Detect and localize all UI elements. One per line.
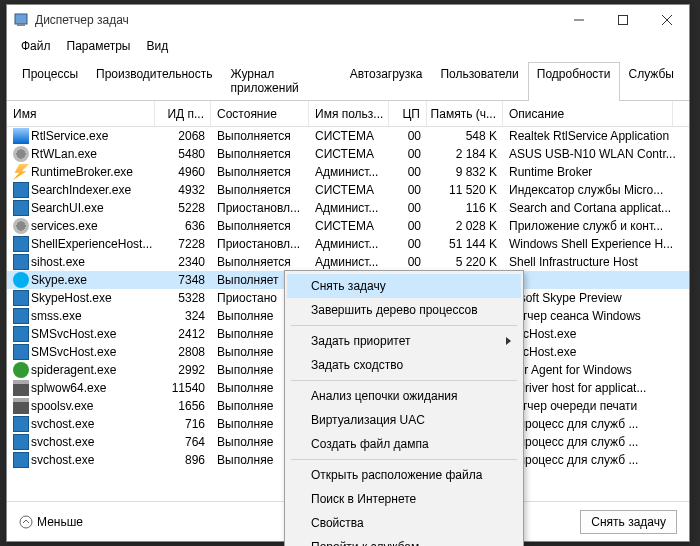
process-desc: Приложение служб и конт... — [503, 217, 689, 235]
menu-view[interactable]: Вид — [140, 37, 174, 55]
col-mem[interactable]: Память (ч... — [427, 101, 503, 126]
menu-options[interactable]: Параметры — [61, 37, 137, 55]
table-row[interactable]: sihost.exe2340ВыполняетсяАдминист...005 … — [7, 253, 689, 271]
context-item[interactable]: Поиск в Интернете — [287, 487, 521, 511]
context-item[interactable]: Открыть расположение файла — [287, 463, 521, 487]
process-name: Skype.exe — [31, 273, 87, 287]
process-pid: 2808 — [155, 343, 211, 361]
col-desc[interactable]: Описание — [503, 101, 673, 126]
tab-6[interactable]: Службы — [620, 62, 683, 101]
process-pid: 5328 — [155, 289, 211, 307]
process-pid: 636 — [155, 217, 211, 235]
process-icon — [13, 452, 29, 468]
tab-3[interactable]: Автозагрузка — [341, 62, 432, 101]
process-mem: 548 K — [427, 127, 503, 145]
table-row[interactable]: SearchIndexer.exe4932ВыполняетсяСИСТЕМА0… — [7, 181, 689, 199]
process-user: Админист... — [309, 199, 389, 217]
process-icon — [13, 344, 29, 360]
process-cpu: 00 — [389, 181, 427, 199]
context-item[interactable]: Завершить дерево процессов — [287, 298, 521, 322]
process-name: svchost.exe — [31, 417, 94, 431]
process-state: Выполняется — [211, 253, 309, 271]
process-icon — [13, 128, 29, 144]
process-name: RtWLan.exe — [31, 147, 97, 161]
tab-2[interactable]: Журнал приложений — [222, 62, 341, 101]
process-desc — [503, 271, 689, 289]
process-icon — [13, 218, 29, 234]
process-desc: Windows Shell Experience H... — [503, 235, 689, 253]
process-pid: 2412 — [155, 325, 211, 343]
titlebar[interactable]: Диспетчер задач — [7, 5, 689, 35]
process-desc: Индексатор службы Micro... — [503, 181, 689, 199]
process-icon — [13, 362, 29, 378]
process-desc: т-процесс для служб ... — [503, 451, 689, 469]
context-item[interactable]: Виртуализация UAC — [287, 408, 521, 432]
process-cpu: 00 — [389, 253, 427, 271]
col-state[interactable]: Состояние — [211, 101, 309, 126]
process-icon — [13, 398, 29, 414]
context-item[interactable]: Задать сходство — [287, 353, 521, 377]
tab-5[interactable]: Подробности — [528, 62, 620, 101]
table-row[interactable]: RtlService.exe2068ВыполняетсяСИСТЕМА0054… — [7, 127, 689, 145]
process-name: SearchIndexer.exe — [31, 183, 131, 197]
process-desc: Der Agent for Windows — [503, 361, 689, 379]
table-row[interactable]: SearchUI.exe5228Приостановл...Админист..… — [7, 199, 689, 217]
context-item[interactable]: Анализ цепочки ожидания — [287, 384, 521, 408]
col-user[interactable]: Имя польз... — [309, 101, 389, 126]
table-row[interactable]: RtWLan.exe5480ВыполняетсяСИСТЕМА002 184 … — [7, 145, 689, 163]
process-desc: Search and Cortana applicat... — [503, 199, 689, 217]
process-name: RuntimeBroker.exe — [31, 165, 133, 179]
col-cpu[interactable]: ЦП — [389, 101, 427, 126]
process-state: Выполняется — [211, 127, 309, 145]
maximize-button[interactable] — [601, 5, 645, 35]
process-user: Админист... — [309, 235, 389, 253]
table-row[interactable]: services.exe636ВыполняетсяСИСТЕМА002 028… — [7, 217, 689, 235]
process-icon — [13, 380, 29, 396]
process-desc: Realtek RtlService Application — [503, 127, 689, 145]
process-icon — [13, 236, 29, 252]
process-icon — [13, 146, 29, 162]
table-row[interactable]: ShellExperienceHost...7228Приостановл...… — [7, 235, 689, 253]
process-user: Админист... — [309, 163, 389, 181]
process-icon — [13, 200, 29, 216]
process-name: services.exe — [31, 219, 98, 233]
fewer-label: Меньше — [37, 515, 83, 529]
column-headers: Имя ИД п... Состояние Имя польз... ЦП Па… — [7, 101, 689, 127]
context-item[interactable]: Создать файл дампа — [287, 432, 521, 456]
tab-1[interactable]: Производительность — [87, 62, 221, 101]
process-pid: 11540 — [155, 379, 211, 397]
table-row[interactable]: RuntimeBroker.exe4960ВыполняетсяАдминист… — [7, 163, 689, 181]
app-icon — [13, 12, 29, 28]
process-pid: 5228 — [155, 199, 211, 217]
col-name[interactable]: Имя — [7, 101, 155, 126]
process-icon — [13, 272, 29, 288]
minimize-button[interactable] — [557, 5, 601, 35]
close-button[interactable] — [645, 5, 689, 35]
context-item[interactable]: Свойства — [287, 511, 521, 535]
tab-0[interactable]: Процессы — [13, 62, 87, 101]
context-item[interactable]: Снять задачу — [287, 274, 521, 298]
col-pid[interactable]: ИД п... — [155, 101, 211, 126]
tab-4[interactable]: Пользователи — [431, 62, 527, 101]
process-cpu: 00 — [389, 235, 427, 253]
process-name: SMSvcHost.exe — [31, 345, 116, 359]
svg-point-6 — [20, 516, 32, 528]
context-item[interactable]: Задать приоритет — [287, 329, 521, 353]
process-pid: 324 — [155, 307, 211, 325]
process-state: Выполняется — [211, 217, 309, 235]
process-desc: т-процесс для служб ... — [503, 433, 689, 451]
fewer-toggle[interactable]: Меньше — [19, 515, 83, 529]
context-item[interactable]: Перейти к службам — [287, 535, 521, 546]
process-name: SearchUI.exe — [31, 201, 104, 215]
process-desc: ASUS USB-N10 WLAN Contr... — [503, 145, 689, 163]
process-pid: 5480 — [155, 145, 211, 163]
process-cpu: 00 — [389, 145, 427, 163]
process-icon — [13, 254, 29, 270]
process-pid: 2068 — [155, 127, 211, 145]
menu-file[interactable]: Файл — [15, 37, 57, 55]
process-user: СИСТЕМА — [309, 181, 389, 199]
end-task-button[interactable]: Снять задачу — [580, 510, 677, 534]
tabs: ПроцессыПроизводительностьЖурнал приложе… — [7, 61, 689, 101]
process-state: Выполняется — [211, 163, 309, 181]
process-icon — [13, 326, 29, 342]
